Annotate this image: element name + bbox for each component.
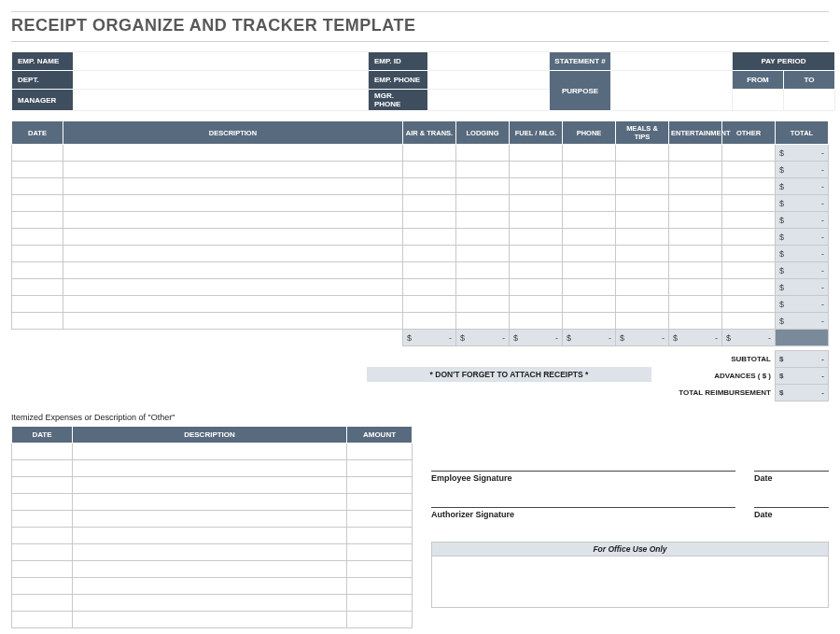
cell[interactable] <box>73 511 347 528</box>
cell[interactable] <box>403 162 456 178</box>
cell[interactable] <box>347 460 413 477</box>
cell[interactable] <box>456 262 510 279</box>
input-from[interactable] <box>733 90 784 111</box>
cell[interactable] <box>669 178 722 195</box>
cell[interactable] <box>456 296 510 313</box>
cell[interactable] <box>669 279 722 296</box>
cell[interactable] <box>73 544 347 561</box>
cell[interactable] <box>63 212 403 229</box>
cell[interactable] <box>347 511 413 528</box>
cell[interactable] <box>12 578 73 595</box>
cell[interactable] <box>563 313 616 330</box>
cell[interactable] <box>456 195 510 212</box>
cell[interactable] <box>510 162 563 178</box>
input-purpose[interactable] <box>611 71 733 111</box>
cell[interactable] <box>12 494 73 511</box>
cell[interactable] <box>616 296 669 313</box>
cell[interactable] <box>722 162 776 178</box>
cell[interactable] <box>669 246 722 262</box>
cell[interactable] <box>403 296 456 313</box>
cell[interactable] <box>456 229 510 246</box>
cell[interactable] <box>403 212 456 229</box>
cell[interactable] <box>722 229 776 246</box>
cell[interactable] <box>616 145 669 162</box>
cell[interactable] <box>510 279 563 296</box>
cell[interactable] <box>347 578 413 595</box>
cell[interactable] <box>12 528 73 544</box>
employee-signature-date[interactable]: Date <box>754 471 829 483</box>
cell[interactable] <box>12 162 63 178</box>
cell[interactable] <box>722 195 776 212</box>
cell[interactable] <box>347 612 413 628</box>
cell[interactable] <box>63 162 403 178</box>
cell[interactable] <box>563 145 616 162</box>
cell[interactable] <box>563 162 616 178</box>
cell[interactable] <box>510 212 563 229</box>
cell[interactable] <box>73 612 347 628</box>
cell[interactable] <box>63 145 403 162</box>
cell[interactable] <box>12 246 63 262</box>
cell[interactable] <box>403 262 456 279</box>
cell[interactable] <box>669 296 722 313</box>
cell[interactable] <box>722 212 776 229</box>
cell[interactable] <box>12 262 63 279</box>
cell[interactable] <box>73 477 347 494</box>
cell[interactable] <box>616 313 669 330</box>
input-mgr-phone[interactable] <box>428 90 550 111</box>
input-emp-name[interactable] <box>74 52 369 71</box>
cell[interactable] <box>12 229 63 246</box>
cell[interactable] <box>669 212 722 229</box>
cell[interactable] <box>12 444 73 460</box>
employee-signature[interactable]: Employee Signature <box>431 471 735 483</box>
cell[interactable] <box>510 229 563 246</box>
cell[interactable] <box>12 145 63 162</box>
cell[interactable] <box>73 528 347 544</box>
cell[interactable] <box>347 595 413 612</box>
cell[interactable] <box>456 313 510 330</box>
cell[interactable] <box>403 178 456 195</box>
cell[interactable] <box>510 178 563 195</box>
cell[interactable] <box>510 195 563 212</box>
cell[interactable] <box>347 561 413 578</box>
input-to[interactable] <box>784 90 835 111</box>
cell[interactable] <box>563 229 616 246</box>
cell[interactable] <box>616 279 669 296</box>
cell[interactable] <box>669 262 722 279</box>
cell[interactable] <box>73 595 347 612</box>
input-statement[interactable] <box>611 52 733 71</box>
cell[interactable] <box>722 262 776 279</box>
cell[interactable] <box>12 178 63 195</box>
cell[interactable] <box>456 145 510 162</box>
cell[interactable] <box>563 279 616 296</box>
cell[interactable] <box>12 212 63 229</box>
cell[interactable] <box>12 612 73 628</box>
input-manager[interactable] <box>74 90 369 111</box>
cell[interactable] <box>563 296 616 313</box>
cell[interactable] <box>669 195 722 212</box>
cell[interactable] <box>63 296 403 313</box>
cell[interactable] <box>63 262 403 279</box>
cell[interactable] <box>12 195 63 212</box>
cell[interactable] <box>12 460 73 477</box>
cell[interactable] <box>73 561 347 578</box>
cell[interactable] <box>563 246 616 262</box>
cell[interactable] <box>510 313 563 330</box>
cell[interactable] <box>63 246 403 262</box>
cell[interactable] <box>73 460 347 477</box>
cell[interactable] <box>12 511 73 528</box>
cell[interactable] <box>456 162 510 178</box>
cell[interactable] <box>63 313 403 330</box>
cell[interactable] <box>456 279 510 296</box>
cell[interactable] <box>73 494 347 511</box>
cell[interactable] <box>73 578 347 595</box>
cell[interactable] <box>403 246 456 262</box>
cell[interactable] <box>347 444 413 460</box>
cell[interactable] <box>563 212 616 229</box>
cell[interactable] <box>616 262 669 279</box>
cell[interactable] <box>12 296 63 313</box>
input-dept[interactable] <box>74 71 369 90</box>
cell[interactable] <box>616 246 669 262</box>
cell[interactable] <box>722 178 776 195</box>
cell[interactable] <box>510 145 563 162</box>
authorizer-signature-date[interactable]: Date <box>754 507 829 519</box>
